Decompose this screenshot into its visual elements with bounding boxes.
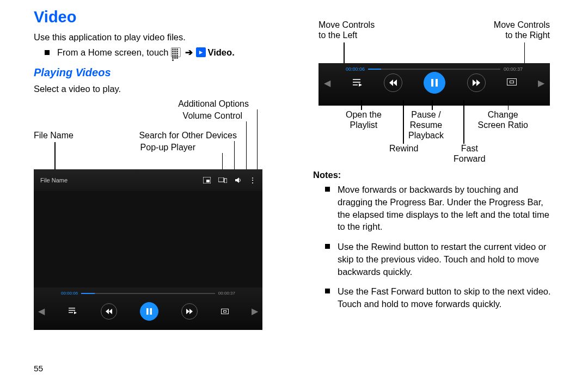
bullet-icon	[45, 50, 50, 55]
player-controlbar: 00:00:06 00:00:37 ◀ ▶	[34, 287, 262, 330]
move-left-icon[interactable]: ◀	[38, 306, 45, 316]
label-pause-resume: Pause / Resume Playback	[408, 109, 444, 141]
closeup-play-pause-button[interactable]	[424, 72, 445, 94]
closeup-fast-forward-button[interactable]	[467, 74, 486, 92]
closeup-screen-ratio-icon[interactable]	[507, 78, 517, 88]
video-app-label: Video	[208, 47, 232, 58]
svg-rect-3	[218, 177, 224, 182]
svg-marker-25	[476, 79, 480, 86]
svg-marker-20	[389, 79, 393, 86]
label-move-right: Move Controls to the Right	[494, 20, 550, 40]
page-title: Video	[34, 8, 276, 26]
list-item: Move forwards or backwards by touching a…	[313, 183, 555, 233]
navigation-step: From a Home screen, touch ➔ Video.	[45, 47, 276, 58]
search-devices-icon[interactable]	[218, 177, 227, 183]
more-options-icon[interactable]: ⋮	[249, 176, 256, 185]
svg-marker-21	[393, 79, 397, 86]
closeup-progress-bar[interactable]	[368, 69, 500, 70]
svg-rect-22	[431, 79, 433, 87]
svg-rect-2	[206, 180, 210, 182]
section-subtitle: Playing Videos	[34, 66, 276, 79]
step-text: From a Home screen, touch	[57, 47, 169, 58]
list-item: Use the Fast Forward button to skip to t…	[313, 285, 555, 310]
notes-list: Move forwards or backwards by touching a…	[313, 183, 555, 310]
screen-ratio-icon[interactable]	[221, 307, 229, 316]
page-number: 55	[34, 364, 43, 373]
svg-rect-23	[436, 79, 438, 87]
closeup-move-left-icon[interactable]: ◀	[324, 78, 330, 88]
svg-marker-14	[186, 309, 189, 314]
playlist-icon[interactable]	[68, 307, 77, 316]
svg-marker-19	[359, 83, 362, 87]
closeup-move-right-icon[interactable]: ▶	[538, 78, 544, 88]
svg-marker-10	[106, 309, 109, 314]
select-line: Select a video to play.	[34, 83, 276, 95]
svg-marker-24	[473, 79, 476, 86]
play-pause-button[interactable]	[140, 302, 158, 321]
closeup-total: 00:00:37	[504, 66, 523, 72]
move-right-icon[interactable]: ▶	[252, 306, 258, 316]
closeup-playlist-icon[interactable]	[352, 78, 363, 88]
fast-forward-button[interactable]	[181, 303, 198, 320]
label-popup-player: Pop-up Player	[140, 142, 195, 153]
label-move-left: Move Controls to the Left	[318, 20, 375, 40]
volume-icon[interactable]	[235, 177, 241, 183]
progress-bar[interactable]	[81, 293, 215, 294]
popup-player-icon[interactable]	[203, 177, 211, 183]
elapsed-time: 00:00:06	[61, 291, 78, 296]
video-player: File Name ⋮ 00:00:06 00:00:37 ◀ ▶	[34, 169, 262, 330]
svg-rect-13	[150, 308, 152, 315]
rewind-button[interactable]	[101, 303, 117, 320]
svg-marker-5	[235, 177, 239, 183]
label-file-name: File Name	[34, 130, 74, 141]
player-filename: File Name	[40, 177, 68, 183]
label-rewind: Rewind	[389, 143, 418, 154]
total-time: 00:00:37	[218, 291, 235, 296]
label-screen-ratio: Change Screen Ratio	[478, 109, 529, 130]
label-volume-control: Volume Control	[183, 111, 242, 121]
video-app-icon	[196, 47, 206, 57]
label-additional-options: Additional Options	[178, 99, 249, 109]
label-search-devices: Search for Other Devices	[139, 130, 237, 141]
list-item: Use the Rewind button to restart the cur…	[313, 241, 555, 278]
closeup-elapsed: 00:00:06	[346, 66, 365, 72]
svg-rect-12	[146, 308, 149, 315]
apps-grid-icon	[171, 47, 181, 57]
svg-rect-4	[224, 179, 227, 183]
svg-marker-9	[74, 311, 77, 314]
closeup-rewind-button[interactable]	[384, 74, 402, 92]
controlbar-closeup: 00:00:06 00:00:37 ◀ ▶	[318, 63, 550, 106]
svg-marker-0	[199, 51, 203, 54]
arrow-right-icon: ➔	[185, 47, 193, 58]
svg-marker-11	[109, 309, 112, 314]
player-topbar: File Name ⋮	[34, 169, 262, 191]
svg-marker-15	[189, 309, 193, 314]
intro-text: Use this application to play video files…	[34, 32, 276, 43]
label-fast-forward: Fast Forward	[454, 143, 486, 164]
label-open-playlist: Open the Playlist	[346, 109, 382, 130]
notes-header: Notes:	[313, 170, 555, 180]
